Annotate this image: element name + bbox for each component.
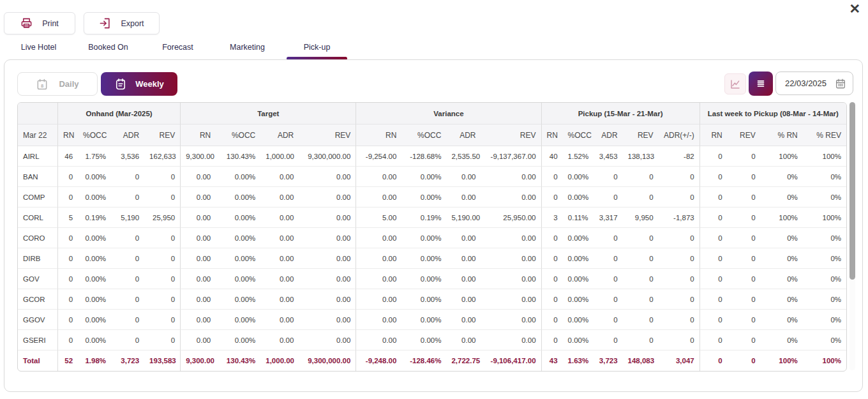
line-chart-icon	[730, 79, 741, 90]
close-icon: ✕	[849, 1, 860, 16]
tab-pick-up[interactable]: Pick-up	[282, 41, 352, 59]
column-header: %OCC	[216, 124, 260, 146]
cell: 0	[728, 207, 761, 228]
row-label: Total	[18, 350, 57, 371]
table-row: GGOV00.00%000.000.00%0.000.000.000.00%0.…	[18, 310, 846, 330]
row-label: BAN	[18, 167, 57, 187]
column-header: RN	[57, 124, 78, 146]
cell: 0	[594, 310, 623, 330]
cell: 0.00	[180, 310, 216, 330]
cell: 0.00	[299, 248, 355, 269]
cell: 0.00	[355, 330, 401, 350]
cell: 0.00	[260, 310, 299, 330]
cell: 0.00%	[78, 289, 111, 310]
export-label: Export	[121, 19, 144, 28]
cell: 0	[700, 289, 728, 310]
cell: 100%	[803, 350, 846, 371]
cell: 0	[659, 289, 700, 310]
weekly-button[interactable]: Weekly	[101, 72, 177, 96]
cell: 0.00%	[401, 289, 446, 310]
cell: 0%	[803, 330, 846, 350]
row-label: GGOV	[18, 310, 57, 330]
cell: 0.00%	[78, 228, 111, 248]
row-header-label: Mar 22	[18, 124, 57, 146]
cell: 0	[594, 167, 623, 187]
column-header: RN	[180, 124, 216, 146]
cell: 0	[659, 228, 700, 248]
cell: 0	[728, 350, 761, 371]
table-row: GCOR00.00%000.000.00%0.000.000.000.00%0.…	[18, 289, 846, 310]
tab-forecast[interactable]: Forecast	[143, 41, 213, 59]
table-row: AIRL461.75%3,536162,6339,300.00130.43%1,…	[18, 146, 846, 167]
row-label: GCOR	[18, 289, 57, 310]
table-view-button[interactable]	[749, 72, 773, 96]
tab-label: Booked On	[88, 43, 128, 52]
tab-label: Forecast	[162, 43, 193, 52]
weekly-label: Weekly	[135, 79, 164, 89]
cell: 0%	[803, 310, 846, 330]
cell: 1.63%	[563, 350, 594, 371]
cell: 0	[594, 248, 623, 269]
cell: -128.68%	[401, 146, 446, 167]
table-row: BAN00.00%000.000.00%0.000.000.000.00%0.0…	[18, 167, 846, 187]
cell: 0.00	[180, 207, 216, 228]
cell: 0.19%	[78, 207, 111, 228]
print-button[interactable]: Print	[4, 12, 75, 34]
export-icon	[99, 17, 111, 29]
cell: 0%	[761, 167, 803, 187]
cell: 3,723	[594, 350, 623, 371]
cell: 0	[111, 269, 144, 289]
cell: 0%	[803, 289, 846, 310]
tab-marketing[interactable]: Marketing	[213, 41, 282, 59]
cell: 0.00	[299, 207, 355, 228]
row-label: GOV	[18, 269, 57, 289]
column-header: %OCC	[401, 124, 446, 146]
cell: 3,047	[659, 350, 700, 371]
column-header: ADR	[594, 124, 623, 146]
cell: 0.00	[299, 330, 355, 350]
cell: 43	[541, 350, 563, 371]
cell: 0.00%	[216, 289, 260, 310]
cell: 0.00	[446, 187, 481, 207]
cell: 0.00%	[401, 167, 446, 187]
cell: 0.00	[446, 289, 481, 310]
cell: 0	[700, 330, 728, 350]
column-header: REV	[623, 124, 659, 146]
calendar-day-icon: 8	[36, 78, 49, 91]
cell: 1,000.00	[260, 146, 299, 167]
cell: 0	[594, 187, 623, 207]
printer-icon	[20, 17, 33, 29]
cell: 9,950	[623, 207, 659, 228]
export-button[interactable]: Export	[84, 12, 160, 34]
cell: 0.00	[481, 167, 541, 187]
tab-live-hotel[interactable]: Live Hotel	[4, 41, 73, 59]
cell: 0	[728, 228, 761, 248]
cell: 0.00%	[401, 187, 446, 207]
cell: 0	[111, 228, 144, 248]
cell: 0	[144, 269, 180, 289]
cell: 9,300,000.00	[299, 350, 355, 371]
cell: 0	[541, 248, 563, 269]
date-value: 22/03/2025	[785, 79, 827, 88]
scrollbar-thumb[interactable]	[849, 102, 855, 280]
tab-booked-on[interactable]: Booked On	[73, 41, 143, 59]
table-row: DIRB00.00%000.000.00%0.000.000.000.00%0.…	[18, 248, 846, 269]
date-input[interactable]: 22/03/2025	[775, 72, 853, 95]
cell: 0.00	[180, 167, 216, 187]
cell: 0.00	[355, 187, 401, 207]
cell: 1.75%	[78, 146, 111, 167]
cell: 0.00%	[401, 310, 446, 330]
cell: 0.19%	[401, 207, 446, 228]
chart-view-button[interactable]	[724, 73, 746, 94]
table-scrollbar[interactable]	[849, 102, 855, 370]
cell: 0	[144, 167, 180, 187]
row-label: GSERI	[18, 330, 57, 350]
cell: 0.00	[355, 248, 401, 269]
cell: 0.00%	[78, 167, 111, 187]
cell: 0%	[803, 167, 846, 187]
close-button[interactable]: ✕	[849, 2, 860, 15]
table-corner-cell	[18, 103, 57, 124]
cell: 0%	[761, 289, 803, 310]
daily-button[interactable]: 8 Daily	[17, 72, 98, 96]
cell: 0	[700, 269, 728, 289]
